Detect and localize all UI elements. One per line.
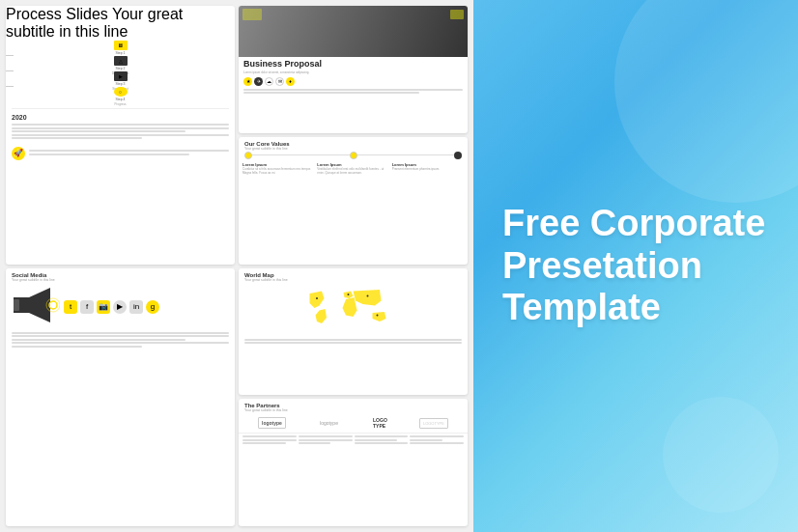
value-col-1-text: Curabitur sit a felis accumsan fermentum… [242,168,314,176]
step-2-icon: △ [114,56,128,66]
promo-panel: Free Corporate Presetation Template [473,0,798,532]
slide-process-text [6,122,235,143]
world-map-svg [242,284,464,332]
slide-values[interactable]: Our Core Values Your great subtitle in t… [239,137,468,265]
social-line-3 [12,339,185,341]
slide-partners[interactable]: The Partners Your great subtitle in this… [239,399,468,526]
business-subtitle: Lorem ipsum dolor sit amet, consectetur … [243,70,463,74]
social-icon-g: g [146,300,159,314]
p-line-3 [242,442,286,444]
social-icon-ig: 📷 [97,300,110,314]
p-line-2 [242,439,297,441]
p-line-7 [355,435,409,437]
svg-point-5 [348,294,350,295]
logos-row: logotype logotype LOGOTYPE LOGOTYPE [239,413,468,434]
logo-3: LOGOTYPE [372,415,388,431]
business-image-overlay [242,9,464,20]
svg-point-6 [367,294,369,296]
social-text [6,330,235,351]
svg-point-2 [49,301,57,309]
p-line-5 [299,439,353,441]
step-3-icon: ▶ [114,71,128,81]
step-2-label: Step 2 [115,67,125,70]
value-col-3-text: Praesent elementum pharetra ipsum. [392,168,464,172]
text-line-4 [12,134,229,136]
timeline-line-2 [357,154,455,155]
social-line-1 [12,332,229,334]
biz-icon-5: ♦ [286,77,295,86]
value-col-2: Lorem Ipsum Vestibulum eleifend erat odi… [317,162,388,176]
text-line-2 [12,127,229,129]
text-line-5 [12,137,142,139]
slide-business[interactable]: Business Proposal Lorem ipsum dolor sit … [239,6,468,133]
laptop-shape [242,9,262,20]
megaphone-svg [12,286,60,324]
rocket-icon: 🚀 [12,147,25,160]
social-header: Social Media Your great subtitle in this… [6,268,235,284]
step-1-icon: 🖥 [114,41,128,50]
step-1-label: Step 1 [115,51,125,55]
slide-process-header: Process Slides Your great subtitle in th… [6,6,235,41]
svg-rect-1 [14,299,19,311]
promo-line2: Presetation [502,245,702,286]
values-header: Our Core Values Your great subtitle in t… [239,137,468,152]
partners-header: The Partners Your great subtitle in this… [239,399,468,413]
timeline-line-1 [252,154,350,155]
partner-detail-4 [410,435,464,446]
biz-icon-4: ✉ [275,77,284,86]
social-icons-cluster: t f 📷 ▶ in g [64,300,229,314]
value-col-3-title: Lorem Ipsum [392,162,464,167]
slide-social[interactable]: Social Media Your great subtitle in this… [6,268,235,527]
partner-details [239,434,468,448]
map-line-1 [244,339,462,341]
step-4-label: Step 4 [115,98,125,101]
svg-point-4 [316,297,318,299]
value-col-3: Lorem Ipsum Praesent elementum pharetra … [392,162,464,176]
megaphone-container [12,286,60,328]
slides-panel: Process Slides Your great subtitle in th… [0,0,473,532]
map-text [239,337,468,348]
slide-map[interactable]: World Map Your great subtitle in this li… [239,268,468,396]
p-line-6 [299,442,330,444]
svg-point-7 [377,314,379,316]
value-col-1: Lorem Ipsum Curabitur sit a felis accums… [242,162,314,176]
business-icons: ★ ✈ ☁ ✉ ♦ [243,77,463,86]
social-icon-twitter: t [64,300,77,314]
p-line-8 [355,439,398,441]
p-line-4 [299,435,353,437]
p-line-11 [410,439,442,441]
value-col-2-text: Vestibulum eleifend erat odio est blandi… [317,168,388,176]
p-line-9 [355,442,409,444]
world-map-container [239,283,468,337]
map-header: World Map Your great subtitle in this li… [239,268,468,283]
timeline-node-1 [244,152,252,159]
logo-1: logotype [258,417,286,429]
timeline-node-2 [350,152,357,159]
biz-text-1 [243,89,463,91]
map-subtitle: Your great subtitle in this line [244,278,462,282]
footer-line-1 [29,150,229,152]
social-line-4 [12,342,229,344]
slide-process[interactable]: Process Slides Your great subtitle in th… [6,6,235,265]
partner-detail-1 [242,435,297,446]
social-icon-yt: ▶ [113,300,127,314]
business-title: Business Proposal [243,60,463,70]
text-line-3 [12,130,185,132]
partners-subtitle: Your great subtitle in this line [244,408,462,412]
social-icon-fb: f [80,300,94,314]
biz-icon-2: ✈ [254,77,263,86]
step-4-icon: ○ [114,87,128,97]
logo-2: logotype [317,418,341,428]
values-columns: Lorem Ipsum Curabitur sit a felis accums… [239,161,468,177]
value-col-2-title: Lorem Ipsum [317,162,388,167]
step-4: ○ Step 4 Progress [6,87,235,106]
map-line-2 [244,342,462,344]
values-timeline [239,152,468,161]
footer-lines [29,150,229,156]
partner-detail-2 [299,435,353,446]
step-3-label: Step 3 [115,82,125,86]
promo-line3: Template [502,287,661,327]
timeline-node-3 [454,152,462,159]
p-line-10 [410,435,464,437]
partner-detail-3 [355,435,409,446]
